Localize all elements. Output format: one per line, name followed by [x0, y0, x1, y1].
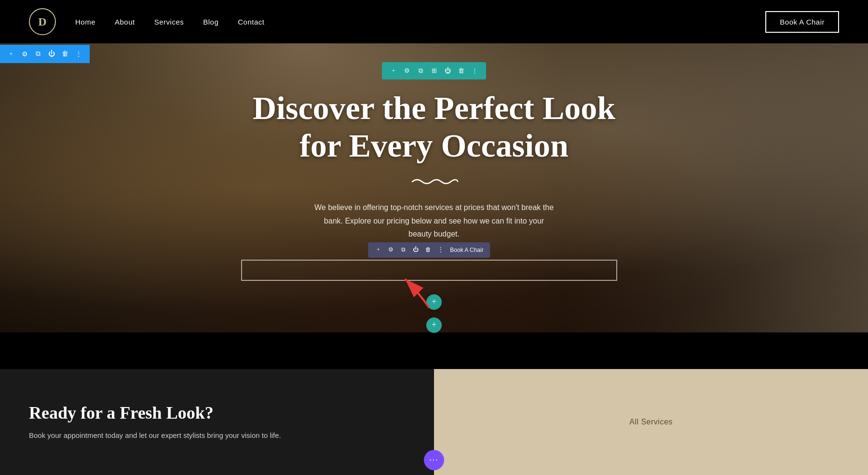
mini-editor-toolbar: + ⚙ ⧉ ⏻ 🗑 ⋮ Book A Chair: [368, 242, 490, 258]
top-editor-toolbar: + ⚙ ⧉ ⏻ 🗑 ⋮: [0, 45, 90, 63]
toolbar-more-icon[interactable]: ⋮: [72, 48, 85, 60]
bottom-subtext: Book your appointment today and let our …: [29, 430, 405, 441]
mini-power-icon[interactable]: ⏻: [410, 245, 421, 255]
bottom-left-panel: Ready for a Fresh Look? Book your appoin…: [0, 369, 434, 475]
mini-copy-icon[interactable]: ⧉: [398, 245, 408, 255]
all-services-label: All Services: [629, 418, 673, 426]
hero-title: Discover the Perfect Look for Every Occa…: [241, 89, 627, 164]
float-more-icon[interactable]: ⋮: [469, 65, 480, 77]
nav-blog[interactable]: Blog: [203, 18, 218, 26]
red-arrow-container: [391, 269, 439, 315]
mini-toolbar-label: Book A Chair: [448, 247, 485, 253]
bottom-right-panel[interactable]: All Services: [434, 369, 868, 475]
nav-about[interactable]: About: [115, 18, 135, 26]
logo: D: [29, 8, 56, 35]
float-trash-icon[interactable]: 🗑: [455, 65, 467, 77]
float-columns-icon[interactable]: ⊞: [428, 65, 440, 77]
mini-trash-icon[interactable]: 🗑: [423, 245, 434, 255]
toolbar-trash-icon[interactable]: 🗑: [59, 48, 71, 60]
main-nav: Home About Services Blog Contact: [75, 18, 264, 26]
mini-gear-icon[interactable]: ⚙: [385, 245, 396, 255]
float-copy-icon[interactable]: ⧉: [415, 65, 426, 77]
bottom-dots-icon: ···: [429, 455, 439, 465]
nav-home[interactable]: Home: [75, 18, 95, 26]
bottom-heading: Ready for a Fresh Look?: [29, 403, 405, 423]
hero-section: + ⚙ ⧉ ⊞ ⏻ 🗑 ⋮ Discover the Perfect Look …: [0, 43, 868, 332]
mini-more-icon[interactable]: ⋮: [435, 245, 446, 255]
float-power-icon[interactable]: ⏻: [442, 65, 453, 77]
toolbar-power-icon[interactable]: ⏻: [45, 48, 58, 60]
float-gear-icon[interactable]: ⚙: [401, 65, 413, 77]
toolbar-copy-icon[interactable]: ⧉: [32, 48, 44, 60]
toolbar-gear-icon[interactable]: ⚙: [18, 48, 31, 60]
book-a-chair-button[interactable]: Book A Chair: [765, 11, 839, 33]
mini-add-icon[interactable]: +: [373, 245, 383, 255]
site-header: D Home About Services Blog Contact Book …: [0, 0, 868, 43]
nav-contact[interactable]: Contact: [238, 18, 264, 26]
nav-services[interactable]: Services: [154, 18, 184, 26]
float-editor-toolbar: + ⚙ ⧉ ⊞ ⏻ 🗑 ⋮: [382, 62, 486, 79]
float-add-icon[interactable]: +: [388, 65, 399, 77]
toolbar-add-icon[interactable]: +: [5, 48, 17, 60]
hero-subtitle: We believe in offering top-notch service…: [313, 201, 555, 240]
add-section-button-2[interactable]: +: [426, 317, 442, 333]
bottom-purple-menu-button[interactable]: ···: [424, 450, 444, 470]
hero-button-area: + ⚙ ⧉ ⏻ 🗑 ⋮ Book A Chair: [241, 260, 617, 281]
hero-content: + ⚙ ⧉ ⊞ ⏻ 🗑 ⋮ Discover the Perfect Look …: [241, 43, 627, 333]
squiggle-decoration: [241, 176, 627, 189]
